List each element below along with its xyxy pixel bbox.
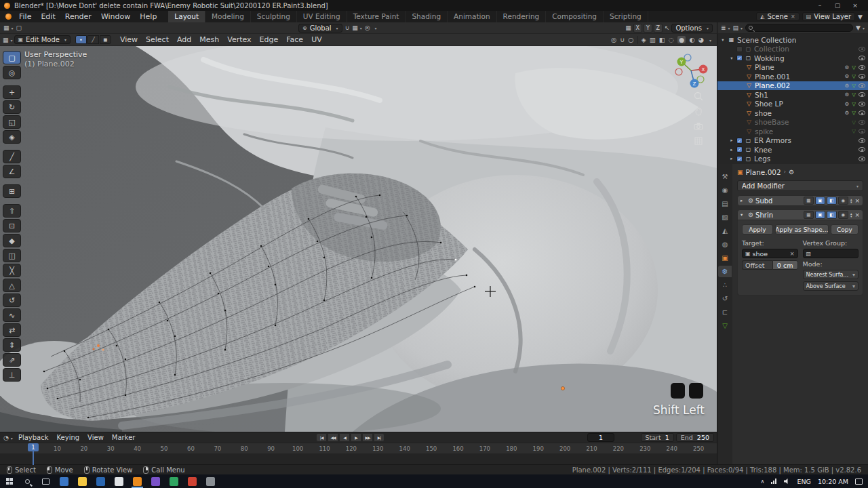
- filter-funnel-icon[interactable]: ▼: [858, 14, 863, 20]
- volume-icon[interactable]: [783, 478, 790, 485]
- modifier-name[interactable]: Subd: [755, 197, 772, 205]
- add-modifier-dropdown[interactable]: Add Modifier: [737, 180, 863, 191]
- viewport-canvas[interactable]: [0, 46, 717, 432]
- collection-checkbox[interactable]: ✓: [736, 146, 743, 152]
- properties-tab-object-data[interactable]: ▽: [718, 320, 732, 331]
- outliner-item-wokking[interactable]: ▾✓▢Wokking: [717, 54, 868, 63]
- outliner-item-knee[interactable]: ▸✓▢Knee: [717, 145, 868, 155]
- network-icon[interactable]: [771, 479, 776, 484]
- visibility-eye-icon[interactable]: [859, 74, 865, 79]
- shading-solid-icon[interactable]: ●: [677, 36, 686, 43]
- outliner-item-spike[interactable]: ▽spike▽: [717, 127, 868, 136]
- taskbar-app-3[interactable]: [92, 474, 110, 488]
- tool-extrude-region[interactable]: ⇧: [3, 204, 21, 218]
- timeline-menu-marker[interactable]: Marker: [108, 432, 140, 443]
- gizmo-grid-icon[interactable]: ▦: [625, 24, 631, 31]
- apply-as-shape-button[interactable]: Apply as Shape...: [775, 224, 829, 235]
- tool-poly-build[interactable]: △: [3, 279, 21, 292]
- tool-inset-faces[interactable]: ⊡: [3, 219, 21, 232]
- viewport-menu-vertex[interactable]: Vertex: [223, 34, 255, 46]
- properties-tab-object[interactable]: ▣: [718, 252, 732, 264]
- expand-arrow-icon[interactable]: ▾: [741, 212, 746, 218]
- minimize-button[interactable]: –: [811, 0, 829, 11]
- display-editmode-toggle[interactable]: ▣: [815, 211, 825, 219]
- outliner-filter-icon[interactable]: ▼: [856, 24, 865, 31]
- display-realtime-toggle[interactable]: ◧: [827, 211, 837, 219]
- offset-field[interactable]: Offset 0 cm: [742, 260, 798, 270]
- pivot-point-icon[interactable]: ◎: [611, 36, 616, 43]
- outliner-item-plane-001[interactable]: ▽Plane.001⚙▽: [717, 72, 868, 81]
- current-frame-field[interactable]: 1: [587, 433, 614, 442]
- taskbar-app-6[interactable]: [146, 474, 165, 488]
- outliner-display-mode-icon[interactable]: ▤: [733, 24, 743, 31]
- delete-modifier-button[interactable]: ×: [854, 211, 860, 218]
- workspace-tab-sculpting[interactable]: Sculpting: [251, 11, 297, 22]
- viewport-menu-view[interactable]: View: [116, 34, 142, 46]
- workspace-tab-uv-editing[interactable]: UV Editing: [297, 11, 347, 22]
- properties-tab-scene[interactable]: ◭: [718, 225, 732, 237]
- expand-arrow-icon[interactable]: ▾: [729, 56, 734, 61]
- viewport-menu-add[interactable]: Add: [173, 34, 195, 46]
- tool-bevel[interactable]: ◆: [3, 234, 21, 247]
- xray-toggle-icon[interactable]: ◧: [659, 36, 665, 43]
- maximize-button[interactable]: ▢: [829, 0, 846, 11]
- viewport-menu-face[interactable]: Face: [282, 34, 307, 46]
- taskbar-app-2[interactable]: [73, 474, 92, 488]
- mode-dropdown[interactable]: Nearest Surface Point ▾: [803, 270, 859, 279]
- unlink-scene-icon[interactable]: ×: [791, 14, 795, 20]
- taskbar-app-8[interactable]: [183, 474, 201, 488]
- tool-rotate[interactable]: ↻: [3, 100, 21, 114]
- menu-file[interactable]: File: [14, 11, 36, 22]
- shading-rendered-icon[interactable]: ◕: [698, 36, 704, 43]
- properties-tab-constraints[interactable]: ⊏: [718, 306, 732, 318]
- gizmo-axis-toggle-x[interactable]: X: [633, 24, 642, 33]
- timeline-editor-icon[interactable]: ◔: [3, 434, 13, 441]
- falloff-dropdown[interactable]: [373, 24, 377, 31]
- transport-jump-next-keyframe[interactable]: ▶▶: [362, 433, 373, 442]
- expand-arrow-icon[interactable]: ▸: [729, 138, 734, 143]
- transport-jump-to-start[interactable]: |◀: [316, 433, 327, 442]
- outliner-item-plane[interactable]: ▽Plane⚙▽: [717, 63, 868, 73]
- menu-help[interactable]: Help: [135, 11, 161, 22]
- clear-target-icon[interactable]: ×: [790, 251, 795, 257]
- timeline-menu-view[interactable]: View: [83, 432, 108, 443]
- delete-modifier-button[interactable]: ×: [854, 197, 860, 204]
- collection-checkbox[interactable]: [736, 46, 743, 52]
- snap-mode-dropdown[interactable]: Above Surface ▾: [803, 281, 859, 291]
- modifier-name[interactable]: Shrin: [755, 211, 773, 219]
- expand-arrow-icon[interactable]: ▾: [720, 37, 726, 43]
- language-indicator[interactable]: ENG: [797, 478, 810, 485]
- camera-view-button[interactable]: [692, 119, 705, 133]
- workspace-tab-texture-paint[interactable]: Texture Paint: [347, 11, 406, 22]
- taskbar-search-button[interactable]: [18, 474, 37, 488]
- visibility-eye-icon[interactable]: [859, 129, 865, 134]
- display-cage-toggle[interactable]: ▦: [804, 211, 814, 219]
- start-button[interactable]: [0, 474, 18, 488]
- snap-icon[interactable]: ∪: [620, 36, 625, 43]
- editor-type-icon[interactable]: ▦: [3, 24, 14, 31]
- navigation-gizmo[interactable]: X Y Z: [673, 53, 709, 88]
- viewport-editor-icon[interactable]: ▦: [3, 37, 13, 43]
- proportional-icon[interactable]: ○: [628, 36, 633, 43]
- taskbar-app-4[interactable]: [110, 474, 128, 488]
- workspace-tab-modeling[interactable]: Modeling: [205, 11, 251, 22]
- timeline-menu-keying[interactable]: Keying: [53, 432, 84, 443]
- mode-dropdown[interactable]: ▣ Edit Mode: [14, 35, 71, 44]
- vertex-select-button[interactable]: ∙: [75, 35, 87, 44]
- workspace-tab-rendering[interactable]: Rendering: [497, 11, 547, 22]
- display-editmode-toggle[interactable]: ▣: [815, 197, 825, 205]
- vertex-group-field[interactable]: ▧: [803, 249, 859, 258]
- tool-move[interactable]: +: [3, 85, 21, 99]
- modifier-panel-subdivision[interactable]: ▸ ⚙ Subd ▦ ▣ ◧ ◉ ▴▾ ×: [737, 195, 863, 206]
- viewport-menu-mesh[interactable]: Mesh: [195, 34, 223, 46]
- tool-spin[interactable]: ↺: [3, 293, 21, 307]
- outliner-search-input[interactable]: [745, 24, 853, 32]
- notification-center-icon[interactable]: [855, 479, 863, 485]
- gizmo-axis-toggle-z[interactable]: Z: [654, 24, 663, 33]
- task-view-button[interactable]: [37, 474, 55, 488]
- collection-checkbox[interactable]: ✓: [736, 156, 743, 162]
- visibility-eye-icon[interactable]: [859, 83, 865, 88]
- tool-annotate[interactable]: ╱: [3, 150, 21, 163]
- taskbar-app-9[interactable]: [201, 474, 220, 488]
- display-realtime-toggle[interactable]: ◧: [827, 197, 837, 205]
